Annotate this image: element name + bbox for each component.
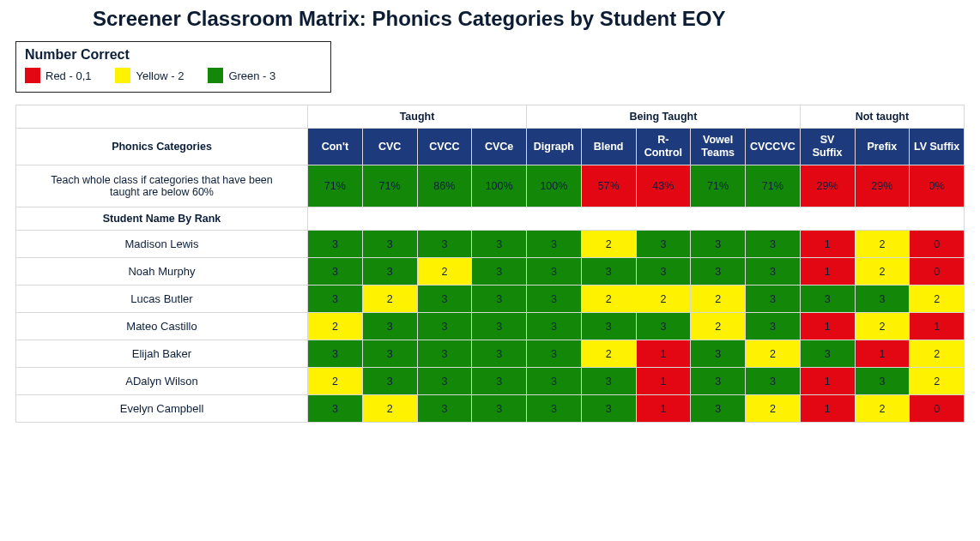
class-percent-row: Teach whole class if categories that hav…	[16, 165, 965, 207]
score: 2	[581, 286, 636, 313]
score: 2	[417, 258, 472, 286]
score: 0	[910, 395, 965, 423]
score: 3	[527, 286, 582, 313]
pct-c4: 100%	[527, 165, 582, 207]
score: 3	[308, 395, 363, 423]
score: 3	[691, 368, 746, 395]
score: 3	[581, 313, 636, 340]
col-cvcc: CVCC	[417, 129, 472, 165]
score: 3	[581, 258, 636, 286]
student-name: ADalyn Wilson	[16, 368, 308, 395]
score: 3	[746, 286, 801, 313]
score: 3	[417, 286, 472, 313]
col-lvsuffix: LV Suffix	[910, 129, 965, 165]
score: 3	[746, 258, 801, 286]
score: 2	[581, 231, 636, 258]
pct-c1: 71%	[362, 165, 417, 207]
page-title: Screener Classroom Matrix: Phonics Categ…	[93, 7, 965, 31]
student-row: Madison Lewis 3 3 3 3 3 2 3 3 3 1 2 0	[16, 231, 965, 258]
score: 2	[855, 313, 910, 340]
score: 3	[472, 258, 527, 286]
col-blend: Blend	[581, 129, 636, 165]
score: 3	[362, 368, 417, 395]
score: 0	[910, 231, 965, 258]
col-cvccvc: CVCCVC	[746, 129, 801, 165]
score: 1	[800, 313, 855, 340]
score: 1	[910, 313, 965, 340]
score: 2	[855, 258, 910, 286]
score: 3	[308, 286, 363, 313]
score: 3	[362, 340, 417, 368]
pct-c11: 0%	[910, 165, 965, 207]
group-taught: Taught	[308, 105, 527, 129]
score: 3	[417, 231, 472, 258]
score: 3	[691, 231, 746, 258]
legend-title: Number Correct	[25, 47, 294, 63]
score: 3	[691, 340, 746, 368]
score: 3	[581, 395, 636, 423]
score: 3	[527, 395, 582, 423]
score: 2	[636, 286, 691, 313]
col-digraph: Digraph	[527, 129, 582, 165]
score: 3	[746, 313, 801, 340]
score: 3	[362, 231, 417, 258]
score: 2	[581, 340, 636, 368]
col-cont: Con't	[308, 129, 363, 165]
score: 3	[636, 313, 691, 340]
score: 3	[362, 258, 417, 286]
swatch-red-icon	[25, 68, 40, 83]
score: 3	[636, 258, 691, 286]
score: 3	[800, 286, 855, 313]
col-cvc: CVC	[362, 129, 417, 165]
student-row: Elijah Baker 3 3 3 3 3 2 1 3 2 3 1 2	[16, 340, 965, 368]
instruction-label: Teach whole class if categories that hav…	[16, 165, 308, 207]
score: 3	[527, 231, 582, 258]
score: 2	[362, 395, 417, 423]
student-name: Elijah Baker	[16, 340, 308, 368]
score: 2	[746, 340, 801, 368]
score: 2	[910, 368, 965, 395]
col-prefix: Prefix	[855, 129, 910, 165]
score: 2	[308, 313, 363, 340]
score: 2	[308, 368, 363, 395]
pct-c7: 71%	[691, 165, 746, 207]
col-svsuffix: SV Suffix	[800, 129, 855, 165]
pct-c10: 29%	[855, 165, 910, 207]
col-cvce: CVCe	[472, 129, 527, 165]
legend: Number Correct Red - 0,1 Yellow - 2 Gree…	[15, 41, 331, 93]
student-row: Evelyn Campbell 3 2 3 3 3 3 1 3 2 1 2 0	[16, 395, 965, 423]
score: 3	[527, 258, 582, 286]
group-being-taught: Being Taught	[527, 105, 801, 129]
score: 3	[308, 340, 363, 368]
score: 1	[855, 340, 910, 368]
pct-c6: 43%	[636, 165, 691, 207]
score: 2	[691, 313, 746, 340]
score: 3	[417, 395, 472, 423]
student-name: Lucas Butler	[16, 286, 308, 313]
score: 3	[472, 340, 527, 368]
score: 3	[472, 313, 527, 340]
student-name: Madison Lewis	[16, 231, 308, 258]
score: 3	[746, 231, 801, 258]
score: 3	[417, 340, 472, 368]
pct-c8: 71%	[746, 165, 801, 207]
score: 3	[472, 231, 527, 258]
score: 3	[746, 368, 801, 395]
score: 0	[910, 258, 965, 286]
phonics-categories-label: Phonics Categories	[16, 129, 308, 165]
score: 3	[527, 368, 582, 395]
score: 2	[910, 286, 965, 313]
score: 3	[417, 313, 472, 340]
score: 3	[472, 395, 527, 423]
legend-row: Red - 0,1 Yellow - 2 Green - 3	[25, 68, 294, 83]
pct-c5: 57%	[581, 165, 636, 207]
swatch-green-icon	[208, 68, 223, 83]
pct-c0: 71%	[308, 165, 363, 207]
student-row: ADalyn Wilson 2 3 3 3 3 3 1 3 3 1 3 2	[16, 368, 965, 395]
score: 1	[636, 395, 691, 423]
byrank-blank	[308, 207, 965, 231]
score: 2	[362, 286, 417, 313]
pct-c3: 100%	[472, 165, 527, 207]
score: 3	[636, 231, 691, 258]
score: 3	[308, 258, 363, 286]
